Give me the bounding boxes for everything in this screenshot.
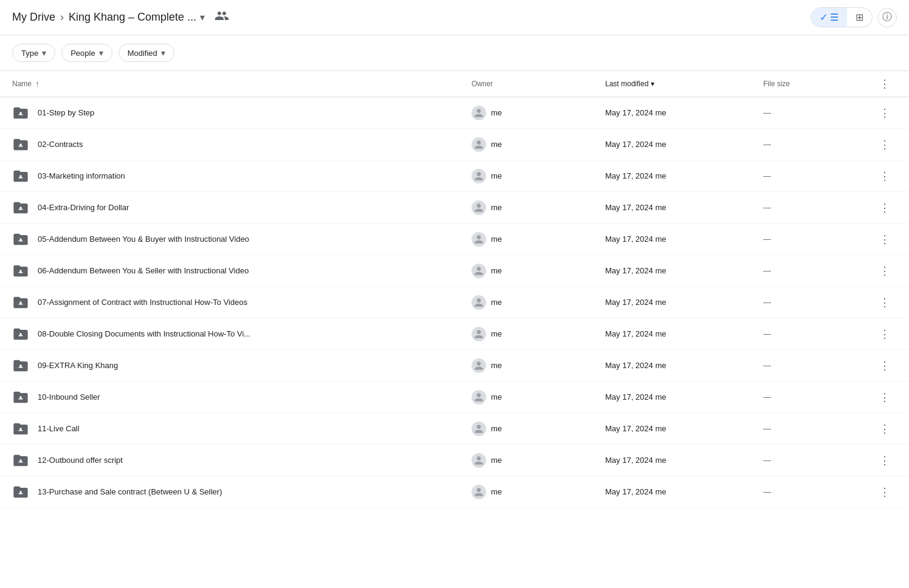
table-row[interactable]: 09-EXTRA King Khang me May 17, 2024 me —…	[0, 350, 909, 381]
name-header-label: Name	[12, 80, 32, 88]
folder-icon	[12, 136, 29, 153]
table-row[interactable]: 11-Live Call me May 17, 2024 me — ⋮	[0, 413, 909, 445]
row-menu-button[interactable]: ⋮	[875, 198, 894, 217]
owner-cell: me	[472, 453, 605, 468]
modified-cell: May 17, 2024 me	[605, 298, 763, 307]
file-name-cell: 11-Live Call	[12, 420, 472, 437]
menu-cell: ⋮	[873, 388, 897, 407]
info-button[interactable]: ⓘ	[877, 8, 897, 27]
menu-cell: ⋮	[873, 230, 897, 249]
row-menu-button[interactable]: ⋮	[875, 166, 894, 186]
avatar	[472, 390, 486, 405]
owner-cell: me	[472, 485, 605, 499]
menu-cell: ⋮	[873, 293, 897, 312]
column-name[interactable]: Name ↑	[12, 79, 472, 89]
chevron-down-icon[interactable]: ▾	[200, 12, 205, 23]
view-toggle: ✓ ☰ ⊞	[811, 7, 873, 27]
table-row[interactable]: 01-Step by Step me May 17, 2024 me — ⋮	[0, 97, 909, 129]
menu-cell: ⋮	[873, 103, 897, 123]
table-row[interactable]: 07-Assignment of Contract with Instructi…	[0, 287, 909, 318]
file-size-cell: —	[763, 203, 873, 212]
svg-point-5	[19, 270, 22, 272]
svg-point-12	[19, 491, 22, 493]
owner-cell: me	[472, 264, 605, 278]
modified-filter-button[interactable]: Modified ▾	[118, 44, 174, 62]
table-row[interactable]: 10-Inbound Seller me May 17, 2024 me — ⋮	[0, 381, 909, 413]
modified-cell: May 17, 2024 me	[605, 456, 763, 465]
owner-name: me	[491, 298, 502, 307]
avatar	[472, 169, 486, 183]
file-table: Name ↑ Owner Last modified ▾ File size ⋮…	[0, 71, 909, 508]
owner-name: me	[491, 361, 502, 370]
check-icon: ✓	[820, 12, 828, 23]
header: My Drive › King Khang – Complete ... ▾ ✓…	[0, 0, 909, 35]
owner-cell: me	[472, 358, 605, 373]
list-view-button[interactable]: ✓ ☰	[811, 8, 847, 27]
row-menu-button[interactable]: ⋮	[875, 451, 894, 470]
file-name: 13-Purchase and Sale contract (Between U…	[38, 487, 222, 496]
folder-icon	[12, 294, 29, 311]
modified-cell: May 17, 2024 me	[605, 329, 763, 338]
table-row[interactable]: 02-Contracts me May 17, 2024 me — ⋮	[0, 129, 909, 160]
row-menu-button[interactable]: ⋮	[875, 293, 894, 312]
owner-name: me	[491, 487, 502, 496]
menu-cell: ⋮	[873, 261, 897, 281]
table-row[interactable]: 12-Outbound offer script me May 17, 2024…	[0, 445, 909, 476]
breadcrumb-my-drive[interactable]: My Drive	[12, 11, 55, 24]
column-menu-header: ⋮	[873, 77, 897, 91]
table-row[interactable]: 04-Extra-Driving for Dollar me May 17, 2…	[0, 192, 909, 224]
file-size-cell: —	[763, 487, 873, 496]
table-row[interactable]: 13-Purchase and Sale contract (Between U…	[0, 476, 909, 508]
grid-view-button[interactable]: ⊞	[847, 8, 872, 27]
table-row[interactable]: 03-Marketing information me May 17, 2024…	[0, 160, 909, 192]
file-name-cell: 05-Addendum Between You & Buyer with Ins…	[12, 231, 472, 248]
breadcrumb-folder[interactable]: King Khang – Complete ... ▾	[69, 11, 205, 24]
column-last-modified[interactable]: Last modified ▾	[605, 80, 763, 88]
modified-cell: May 17, 2024 me	[605, 266, 763, 275]
header-right: ✓ ☰ ⊞ ⓘ	[811, 7, 897, 27]
folder-icon	[12, 199, 29, 216]
people-filter-button[interactable]: People ▾	[61, 44, 112, 62]
owner-name: me	[491, 329, 502, 338]
row-menu-button[interactable]: ⋮	[875, 324, 894, 344]
folder-icon	[12, 326, 29, 343]
type-filter-button[interactable]: Type ▾	[12, 44, 55, 62]
modified-cell: May 17, 2024 me	[605, 392, 763, 402]
row-menu-button[interactable]: ⋮	[875, 419, 894, 439]
file-name-cell: 09-EXTRA King Khang	[12, 357, 472, 374]
table-row[interactable]: 06-Addendum Between You & Seller with In…	[0, 255, 909, 287]
table-menu-icon[interactable]: ⋮	[879, 77, 890, 91]
row-menu-button[interactable]: ⋮	[875, 103, 894, 123]
file-size-cell: —	[763, 329, 873, 338]
menu-cell: ⋮	[873, 419, 897, 439]
svg-point-3	[19, 207, 22, 209]
file-name-cell: 12-Outbound offer script	[12, 452, 472, 469]
row-menu-button[interactable]: ⋮	[875, 135, 894, 154]
table-header: Name ↑ Owner Last modified ▾ File size ⋮	[0, 71, 909, 97]
column-file-size: File size	[763, 80, 873, 88]
file-size-cell: —	[763, 298, 873, 307]
row-menu-button[interactable]: ⋮	[875, 261, 894, 281]
table-row[interactable]: 08-Double Closing Documents with Instruc…	[0, 318, 909, 350]
row-menu-button[interactable]: ⋮	[875, 356, 894, 375]
row-menu-button[interactable]: ⋮	[875, 230, 894, 249]
svg-point-11	[19, 459, 22, 462]
modified-cell: May 17, 2024 me	[605, 487, 763, 496]
file-name-cell: 06-Addendum Between You & Seller with In…	[12, 262, 472, 279]
file-size-cell: —	[763, 424, 873, 433]
file-name: 08-Double Closing Documents with Instruc…	[38, 329, 250, 338]
last-modified-header-label: Last modified	[605, 80, 648, 88]
table-row[interactable]: 05-Addendum Between You & Buyer with Ins…	[0, 224, 909, 255]
row-menu-button[interactable]: ⋮	[875, 482, 894, 502]
owner-cell: me	[472, 137, 605, 152]
modified-filter-label: Modified	[128, 49, 157, 58]
file-name: 11-Live Call	[38, 424, 80, 433]
svg-point-9	[19, 396, 22, 398]
avatar	[472, 232, 486, 247]
owner-header-label: Owner	[472, 80, 493, 88]
owner-name: me	[491, 140, 502, 149]
row-menu-button[interactable]: ⋮	[875, 388, 894, 407]
people-icon[interactable]	[214, 9, 229, 27]
last-modified-sort-icon: ▾	[651, 80, 654, 88]
folder-icon	[12, 231, 29, 248]
